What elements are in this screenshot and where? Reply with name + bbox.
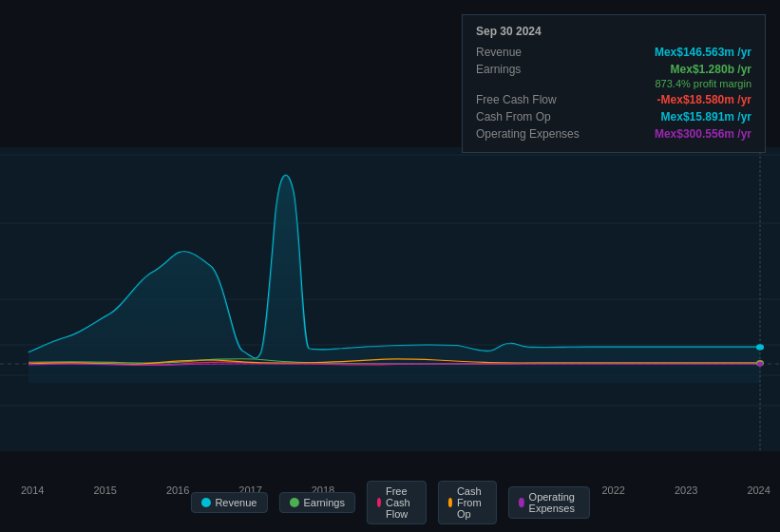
x-label-2023: 2023 [675, 484, 697, 496]
svg-point-9 [756, 344, 764, 350]
opex-row: Operating Expenses Mex$300.556m /yr [476, 125, 751, 142]
chart-container: Sep 30 2024 Revenue Mex$146.563m /yr Ear… [0, 0, 780, 532]
legend-opex-label: Operating Expenses [529, 491, 580, 514]
legend-fcf[interactable]: Free Cash Flow [367, 481, 427, 524]
profit-margin-row: 873.4% profit margin [476, 78, 751, 91]
x-label-2014: 2014 [21, 484, 44, 496]
legend-fcf-label: Free Cash Flow [386, 485, 416, 520]
revenue-value: Mex$146.563m /yr [655, 46, 751, 59]
fcf-label: Free Cash Flow [476, 93, 609, 106]
earnings-dot [289, 498, 298, 507]
revenue-label: Revenue [476, 46, 609, 59]
opex-label: Operating Expenses [476, 127, 609, 141]
profit-margin-value: 873.4% profit margin [656, 78, 752, 89]
fcf-dot [377, 498, 381, 507]
x-label-2015: 2015 [93, 484, 116, 496]
legend-earnings[interactable]: Earnings [278, 492, 354, 513]
x-label-2022: 2022 [602, 484, 625, 496]
tooltip-date: Sep 30 2024 [476, 25, 751, 38]
earnings-row: Earnings Mex$1.280b /yr [476, 61, 751, 78]
legend: Revenue Earnings Free Cash Flow Cash Fro… [190, 481, 589, 524]
legend-cashfromop-label: Cash From Op [457, 485, 486, 520]
revenue-dot [200, 498, 210, 507]
chart-svg [0, 147, 780, 451]
cashfromop-value: Mex$15.891m /yr [661, 110, 751, 124]
cashfromop-dot [448, 498, 452, 507]
legend-earnings-label: Earnings [303, 497, 344, 508]
fcf-row: Free Cash Flow -Mex$18.580m /yr [476, 91, 751, 108]
x-label-2016: 2016 [166, 484, 189, 496]
cashfromop-row: Cash From Op Mex$15.891m /yr [476, 108, 751, 125]
earnings-value: Mex$1.280b /yr [671, 63, 751, 76]
legend-opex[interactable]: Operating Expenses [508, 486, 589, 519]
info-box: Sep 30 2024 Revenue Mex$146.563m /yr Ear… [462, 14, 766, 153]
opex-value: Mex$300.556m /yr [655, 127, 751, 141]
fcf-value: -Mex$18.580m /yr [657, 93, 751, 106]
x-label-2024: 2024 [747, 484, 770, 496]
legend-cashfromop[interactable]: Cash From Op [438, 481, 498, 524]
legend-revenue[interactable]: Revenue [190, 492, 267, 513]
opex-dot [519, 498, 523, 507]
revenue-row: Revenue Mex$146.563m /yr [476, 44, 751, 61]
cashfromop-label: Cash From Op [476, 110, 609, 124]
earnings-label: Earnings [476, 63, 609, 76]
legend-revenue-label: Revenue [215, 497, 257, 508]
svg-point-13 [757, 362, 763, 367]
